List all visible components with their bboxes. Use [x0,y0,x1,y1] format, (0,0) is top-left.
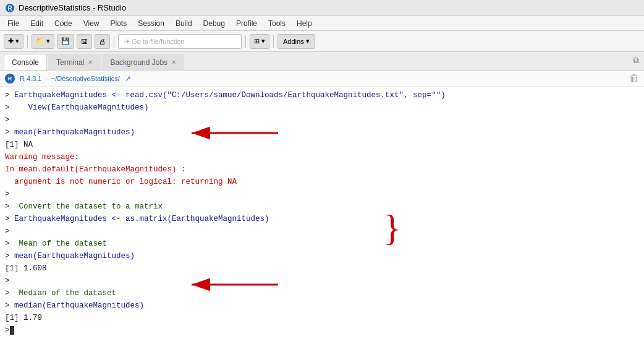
console-line: > mean(EarthquakeMagnitudes) [5,126,639,139]
console-line: > EarthquakeMagnitudes <- read.csv("C:/U… [5,89,639,101]
save-icon: 💾 [61,37,70,45]
save-all-button[interactable]: 🖫 [77,34,92,49]
console-line: > [5,114,639,126]
toolbar-separator-2 [114,35,114,48]
console-line: [1] NA [5,139,639,151]
layout-dropdown-icon: ▾ [261,37,265,45]
console-line: > mean(EarthquakeMagnitudes) [5,250,639,262]
console-line: > [5,324,639,337]
console-line: argument is not numeric or logical: retu… [5,176,639,188]
maximize-icon[interactable]: ⧉ [633,55,639,66]
tab-terminal-close[interactable]: ✕ [88,59,93,66]
toolbar-separator-4 [273,35,274,48]
r-version-text: R 4.3.1 [20,75,41,82]
save-button[interactable]: 💾 [57,34,74,49]
console-line: > [5,275,639,287]
tab-terminal-label: Terminal [56,58,84,67]
tab-background-jobs-label: Background Jobs [110,58,167,67]
print-button[interactable]: 🖨 [95,34,110,49]
layout-icon: ⊞ [254,37,260,45]
console-header: R R 4.3.1 · ~/DescriptiveStatistics/ ↗ 🗑 [0,71,644,87]
menu-code[interactable]: Code [49,18,77,29]
tab-terminal[interactable]: Terminal ✕ [48,54,101,70]
dropdown-arrow-icon: ▾ [15,37,19,45]
menu-session[interactable]: Session [133,18,169,29]
console-line: [1] 1.608 [5,262,639,275]
menu-view[interactable]: View [78,18,104,29]
r-logo-icon: R [5,3,15,13]
new-file-button[interactable]: ✚ ▾ [4,34,23,49]
r-version-icon: R [5,74,15,84]
menu-build[interactable]: Build [171,18,197,29]
menu-profile[interactable]: Profile [231,18,262,29]
console-line: > View(EarthquakeMagnitudes) [5,101,639,114]
addins-label: Addins [283,38,304,45]
console-area: R R 4.3.1 · ~/DescriptiveStatistics/ ↗ 🗑… [0,71,644,357]
dropdown-arrow-icon2: ▾ [46,37,50,45]
console-line: > Median of the dataset [5,287,639,299]
menu-debug[interactable]: Debug [198,18,230,29]
menu-file[interactable]: File [2,18,24,29]
console-line: > EarthquakeMagnitudes <- as.matrix(Eart… [5,213,639,225]
console-line: [1] 1.79 [5,312,639,324]
toolbar-separator-1 [27,35,28,48]
console-line: > [5,225,639,238]
tab-console-label: Console [12,58,39,67]
tab-background-jobs[interactable]: Background Jobs ✕ [102,54,184,70]
console-line: > median(EarthquakeMagnitudes) [5,299,639,312]
svg-text:R: R [8,5,13,12]
console-line: > Mean of the dataset [5,238,639,250]
title-bar: R DescriptiveStatistics - RStudio [0,0,644,16]
toolbar: ✚ ▾ 📁 ▾ 💾 🖫 🖨 ➔ Go to file/function ⊞ ▾ … [0,31,644,52]
menu-plots[interactable]: Plots [106,18,132,29]
print-icon: 🖨 [99,38,106,45]
addins-button[interactable]: Addins ▾ [278,34,315,49]
console-line: In mean.default(EarthquakeMagnitudes) : [5,163,639,176]
goto-arrow-icon: ➔ [124,37,129,45]
goto-placeholder: Go to file/function [132,38,185,45]
console-line: > Convert the dataset to a matrix [5,200,639,213]
goto-bar[interactable]: ➔ Go to file/function [118,34,242,49]
tab-background-jobs-close[interactable]: ✕ [171,59,176,66]
console-path-text: ~/DescriptiveStatistics/ [51,75,120,82]
menu-tools[interactable]: Tools [263,18,290,29]
console-output[interactable]: > EarthquakeMagnitudes <- read.csv("C:/U… [0,87,644,357]
menu-help[interactable]: Help [292,18,317,29]
new-file-icon: ✚ [8,37,14,45]
path-link-icon[interactable]: ↗ [125,74,131,83]
tab-console[interactable]: Console [4,54,47,70]
menu-bar: File Edit Code View Plots Session Build … [0,16,644,31]
save-all-icon: 🖫 [81,38,88,45]
console-path: R 4.3.1 · ~/DescriptiveStatistics/ [20,75,120,82]
tab-bar: Console Terminal ✕ Background Jobs ✕ ⧉ [0,52,644,71]
folder-icon: 📁 [36,37,44,45]
title-bar-text: DescriptiveStatistics - RStudio [19,3,126,12]
console-clear-button[interactable]: 🗑 [629,73,639,84]
open-file-button[interactable]: 📁 ▾ [32,34,54,49]
layout-button[interactable]: ⊞ ▾ [250,34,269,49]
menu-edit[interactable]: Edit [25,18,48,29]
addins-dropdown-icon: ▾ [306,37,310,45]
console-line: > [5,188,639,200]
toolbar-separator-3 [245,35,246,48]
console-line: Warning message: [5,151,639,163]
